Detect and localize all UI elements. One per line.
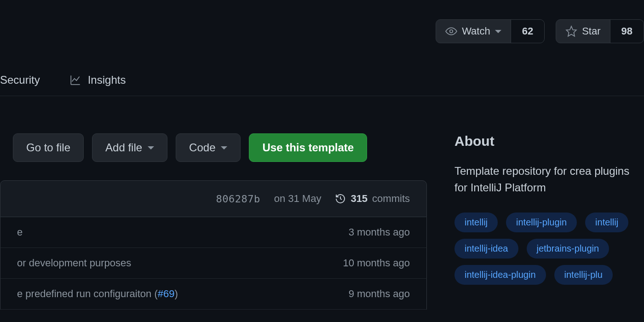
topic-tag[interactable]: intellij-idea-plugin [454, 265, 546, 285]
code-button[interactable]: Code [176, 133, 241, 162]
topic-list: intellijintellij-pluginintellijintellij-… [454, 213, 644, 285]
star-button[interactable]: Star [556, 20, 610, 43]
svg-point-0 [450, 30, 453, 33]
file-row[interactable]: or development purposes10 months ago [0, 248, 427, 279]
commit-message: e [17, 226, 23, 238]
use-this-template-button[interactable]: Use this template [249, 133, 367, 162]
go-to-file-label: Go to file [26, 141, 70, 154]
star-button-group: Star 98 [556, 19, 644, 43]
file-row[interactable]: e predefined run configuraiton (#69)9 mo… [0, 279, 427, 310]
watch-count[interactable]: 62 [511, 20, 544, 43]
file-age: 9 months ago [338, 288, 410, 300]
caret-down-icon [495, 30, 501, 33]
star-label: Star [582, 25, 600, 37]
graph-icon [69, 74, 81, 86]
add-file-label: Add file [105, 141, 142, 154]
star-icon [565, 25, 577, 37]
file-list: e3 months agoor development purposes10 m… [0, 217, 427, 310]
file-row[interactable]: e3 months ago [0, 217, 427, 248]
watch-button-group: Watch 62 [436, 19, 545, 43]
topic-tag[interactable]: intellij-idea [454, 239, 518, 259]
topic-tag[interactable]: intellij-plugin [506, 213, 577, 232]
caret-down-icon [221, 146, 227, 150]
topic-tag[interactable]: jetbrains-plugin [527, 239, 610, 259]
tab-security[interactable]: Security [0, 74, 40, 86]
commits-count: 315 [351, 193, 368, 205]
commit-date: on 31 May [274, 193, 322, 205]
watch-button[interactable]: Watch [436, 20, 511, 43]
code-label: Code [189, 141, 215, 154]
topic-tag[interactable]: intellij [454, 213, 498, 232]
latest-commit-bar: 806287b on 31 May 315 commits [0, 180, 427, 217]
add-file-button[interactable]: Add file [92, 133, 167, 162]
commit-message: or development purposes [17, 257, 131, 269]
history-icon [335, 193, 346, 204]
tab-insights-label: Insights [88, 74, 126, 86]
files-panel: Go to file Add file Code Use this templa… [0, 133, 427, 310]
about-description: Template repository for crea plugins for… [454, 163, 644, 196]
commits-link[interactable]: 315 commits [335, 193, 410, 205]
star-count[interactable]: 98 [610, 20, 644, 43]
topic-tag[interactable]: intellij-plu [554, 265, 613, 285]
tab-security-label: Security [0, 74, 40, 86]
commits-label: commits [372, 193, 410, 205]
file-age: 10 months ago [332, 257, 410, 269]
repo-nav-tabs: Security Insights [0, 74, 644, 96]
tab-insights[interactable]: Insights [69, 74, 126, 86]
main-content: Go to file Add file Code Use this templa… [0, 133, 644, 310]
issue-link[interactable]: #69 [158, 288, 175, 299]
svg-marker-1 [566, 26, 576, 36]
use-this-template-label: Use this template [262, 141, 354, 154]
eye-icon [445, 25, 457, 37]
commit-message: e predefined run configuraiton (#69) [17, 288, 178, 300]
file-age: 3 months ago [338, 226, 410, 238]
about-heading: About [454, 133, 644, 149]
file-actions-row: Go to file Add file Code Use this templa… [0, 133, 427, 162]
topic-tag[interactable]: intellij [585, 213, 628, 232]
repo-actions: Watch 62 Star 98 [436, 19, 644, 43]
commit-sha[interactable]: 806287b [216, 193, 260, 205]
caret-down-icon [148, 146, 154, 150]
go-to-file-button[interactable]: Go to file [13, 133, 84, 162]
about-sidebar: About Template repository for crea plugi… [454, 133, 644, 310]
watch-label: Watch [462, 25, 490, 37]
